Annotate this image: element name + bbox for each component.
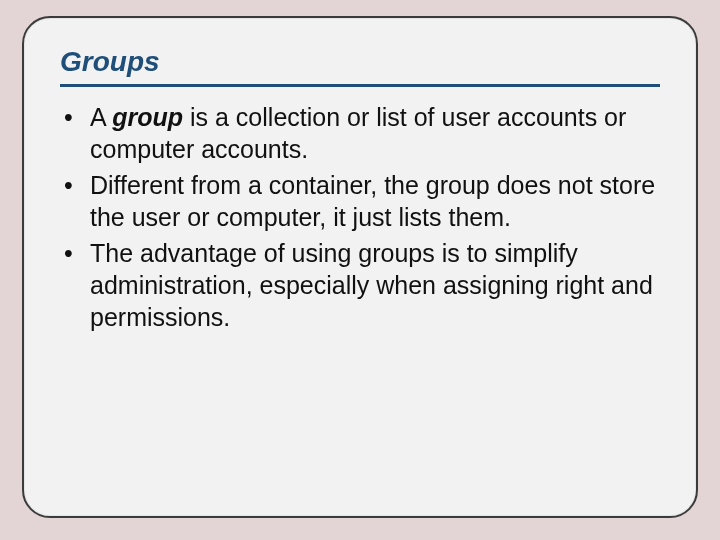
- bullet-text: Different from a container, the group do…: [90, 171, 655, 231]
- list-item: The advantage of using groups is to simp…: [60, 237, 660, 333]
- slide-container: Groups A group is a collection or list o…: [0, 0, 720, 540]
- bullet-emph-word: group: [112, 103, 183, 131]
- bullet-text-prefix: A: [90, 103, 112, 131]
- list-item: A group is a collection or list of user …: [60, 101, 660, 165]
- title-divider: [60, 84, 660, 87]
- bullet-text: The advantage of using groups is to simp…: [90, 239, 653, 331]
- content-panel: Groups A group is a collection or list o…: [22, 16, 698, 518]
- bullet-list: A group is a collection or list of user …: [60, 101, 660, 333]
- list-item: Different from a container, the group do…: [60, 169, 660, 233]
- slide-title: Groups: [60, 46, 660, 78]
